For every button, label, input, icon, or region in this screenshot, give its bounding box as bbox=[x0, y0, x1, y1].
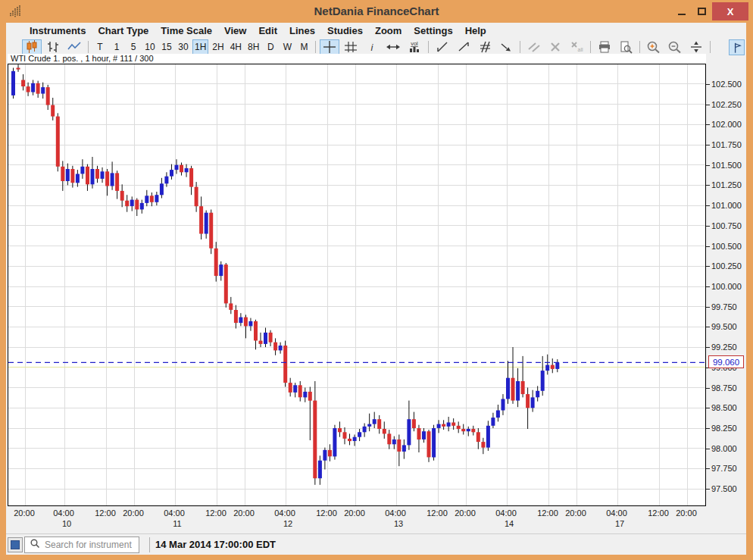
channel-tool-button[interactable] bbox=[475, 39, 495, 55]
menu-item-lines[interactable]: Lines bbox=[286, 25, 319, 36]
bar-chart-button[interactable] bbox=[43, 39, 63, 55]
search-input[interactable] bbox=[43, 539, 136, 551]
parallel-lines-button[interactable] bbox=[524, 39, 544, 55]
instrument-label: WTI Crude 1. pos. , 1 hour, # 111 / 300 bbox=[11, 54, 154, 63]
price-axis-value: 102.500 bbox=[711, 80, 742, 89]
time-axis-label: 12:00 bbox=[316, 508, 337, 518]
chart-area[interactable]: WTI Crude 1. pos. , 1 hour, # 111 / 300 bbox=[8, 54, 706, 506]
interval-8h-button[interactable]: 8H bbox=[245, 39, 261, 55]
interval-10m-button[interactable]: 10 bbox=[142, 39, 158, 55]
grid-toggle-button[interactable] bbox=[341, 39, 361, 55]
zoom-in-button[interactable] bbox=[644, 39, 664, 55]
interval-1h-button[interactable]: 1H bbox=[192, 39, 208, 55]
date-axis-label: 14 bbox=[505, 519, 514, 528]
price-axis-value: 97.750 bbox=[711, 464, 737, 473]
price-axis-label: 99.500 bbox=[706, 321, 737, 332]
axis-tick-mark bbox=[706, 327, 710, 327]
search-box[interactable] bbox=[24, 537, 139, 553]
price-axis-value: 97.500 bbox=[711, 484, 737, 493]
toolbar-separator bbox=[428, 41, 429, 53]
time-axis-label: 20:00 bbox=[676, 508, 697, 518]
price-axis-value: 100.250 bbox=[711, 261, 742, 271]
print-preview-button[interactable] bbox=[616, 39, 636, 55]
line-chart-button[interactable] bbox=[64, 39, 84, 55]
trendline-tool2-button[interactable] bbox=[454, 39, 473, 55]
price-axis[interactable]: 99.060 102.500102.250102.000101.750101.5… bbox=[706, 64, 746, 506]
axis-tick-mark bbox=[706, 449, 710, 449]
menu-item-help[interactable]: Help bbox=[461, 25, 490, 36]
interval-30m-button[interactable]: 30 bbox=[176, 39, 191, 55]
price-axis-label: 97.750 bbox=[706, 463, 737, 474]
axis-tick-mark bbox=[706, 246, 710, 247]
interval-5m-button[interactable]: 5 bbox=[126, 39, 141, 55]
axis-tick-mark bbox=[706, 468, 710, 469]
candlestick-chart-button[interactable] bbox=[22, 39, 42, 55]
time-axis-label: 04:00 bbox=[385, 508, 406, 518]
interval-month-button[interactable]: M bbox=[296, 39, 311, 55]
interval-1m-button[interactable]: 1 bbox=[109, 39, 124, 55]
price-axis-label: 97.500 bbox=[706, 483, 737, 494]
time-axis[interactable]: 20:0004:001012:0020:0004:001112:0020:000… bbox=[8, 507, 706, 532]
interval-day-button[interactable]: D bbox=[263, 39, 278, 55]
instrument-list-button[interactable] bbox=[8, 537, 23, 552]
time-axis-label: 20:00 bbox=[344, 508, 365, 518]
crosshair-tool-button[interactable] bbox=[320, 39, 339, 55]
volume-toggle-button[interactable]: vol bbox=[405, 39, 424, 55]
price-axis-value: 98.250 bbox=[711, 424, 737, 433]
menu-item-settings[interactable]: Settings bbox=[410, 25, 456, 36]
delete-line-button[interactable] bbox=[545, 39, 565, 55]
menu-item-instruments[interactable]: Instruments bbox=[26, 25, 89, 36]
close-button[interactable]: X bbox=[712, 2, 748, 20]
price-axis-label: 100.000 bbox=[706, 281, 742, 292]
menu-item-chart-type[interactable]: Chart Type bbox=[94, 25, 152, 36]
price-axis-value: 100.500 bbox=[711, 242, 742, 251]
time-axis-label: 20:00 bbox=[123, 508, 144, 518]
price-axis-value: 100.000 bbox=[711, 282, 742, 291]
interval-4h-button[interactable]: 4H bbox=[228, 39, 244, 55]
minimize-icon bbox=[678, 14, 686, 15]
price-axis-label: 98.000 bbox=[706, 443, 737, 454]
statusbar: 14 Mar 2014 17:00:00 EDT bbox=[6, 533, 746, 555]
chart-plot[interactable] bbox=[8, 64, 706, 506]
app-window: NetDania FinanceChart X InstrumentsChart… bbox=[0, 0, 753, 560]
time-axis-label: 12:00 bbox=[205, 508, 227, 518]
arrow-tool-button[interactable] bbox=[496, 39, 516, 55]
trendline-tool-button[interactable] bbox=[433, 39, 452, 55]
pin-window-button[interactable] bbox=[729, 39, 745, 55]
window-border-bottom bbox=[0, 555, 753, 560]
print-button[interactable] bbox=[595, 39, 614, 55]
toolbar-separator bbox=[710, 41, 711, 53]
toolbar-separator bbox=[590, 41, 591, 53]
horizontal-scroll-button[interactable] bbox=[383, 39, 403, 55]
price-axis-label: 100.750 bbox=[706, 221, 742, 231]
date-axis-label: 17 bbox=[615, 519, 624, 528]
maximize-button[interactable] bbox=[692, 2, 712, 20]
axis-tick-mark bbox=[706, 428, 710, 429]
menu-item-time-scale[interactable]: Time Scale bbox=[157, 25, 216, 36]
fit-vertical-button[interactable] bbox=[686, 39, 706, 55]
interval-tick-button[interactable]: T bbox=[92, 39, 108, 55]
info-tool-button[interactable]: i bbox=[362, 39, 382, 55]
price-axis-value: 101.000 bbox=[711, 201, 742, 210]
price-axis-value: 99.750 bbox=[711, 302, 737, 311]
delete-all-lines-button[interactable]: all bbox=[567, 39, 586, 55]
time-axis-label: 12:00 bbox=[426, 508, 448, 518]
search-icon bbox=[28, 537, 43, 553]
zoom-out-button[interactable] bbox=[665, 39, 685, 55]
interval-2h-button[interactable]: 2H bbox=[210, 39, 226, 55]
minimize-button[interactable] bbox=[671, 2, 692, 20]
toolbar-separator bbox=[88, 41, 89, 53]
instrument-list-icon bbox=[11, 540, 20, 549]
menu-item-edit[interactable]: Edit bbox=[255, 25, 281, 36]
price-axis-label: 101.750 bbox=[706, 139, 742, 150]
menu-item-zoom[interactable]: Zoom bbox=[371, 25, 405, 36]
price-axis-value: 101.750 bbox=[711, 140, 742, 149]
titlebar: NetDania FinanceChart X bbox=[0, 0, 753, 23]
interval-15m-button[interactable]: 15 bbox=[159, 39, 174, 55]
price-axis-value: 100.750 bbox=[711, 221, 742, 230]
close-icon: X bbox=[727, 6, 734, 17]
menu-item-view[interactable]: View bbox=[220, 25, 250, 36]
interval-week-button[interactable]: W bbox=[280, 39, 295, 55]
axis-tick-mark bbox=[706, 165, 710, 166]
menu-item-studies[interactable]: Studies bbox=[323, 25, 367, 36]
